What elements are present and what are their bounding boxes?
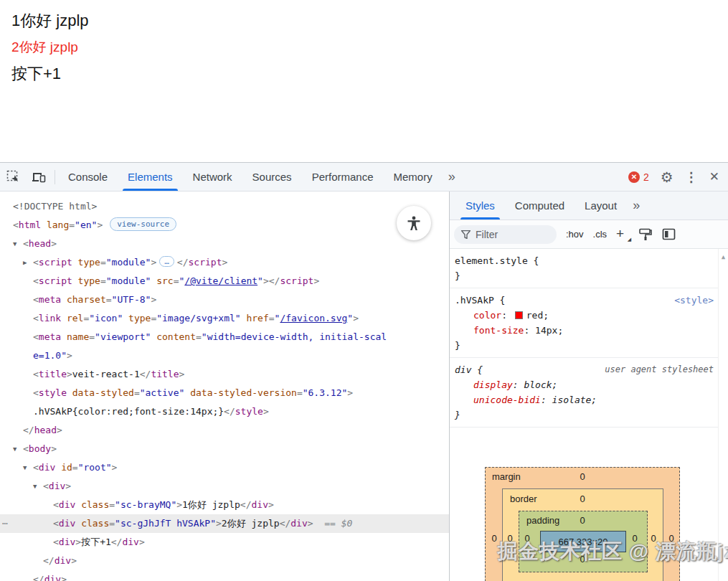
css-property[interactable]: color: red; [455, 308, 714, 323]
styles-scrollbar[interactable]: ▲ [718, 249, 728, 581]
css-selector: div { [455, 362, 483, 377]
error-icon: ✕ [628, 171, 640, 183]
watermark-text: 掘金技术社区 @ 漂流瓶jz [498, 538, 728, 565]
css-selector: .hVSAkP { [455, 293, 505, 308]
sidebar-more-tabs-icon[interactable]: » [627, 192, 646, 219]
margin-top-value[interactable]: 0 [576, 471, 589, 482]
tree-row[interactable]: ▼<div> [0, 477, 449, 496]
toggle-element-classes[interactable]: .cls [593, 229, 608, 240]
twisty-icon[interactable]: ▼ [13, 440, 16, 458]
border-label: border [510, 493, 537, 504]
styles-filter-pill[interactable] [454, 225, 557, 244]
page-text-line3: 按下+1 [11, 63, 728, 85]
padding-top-value[interactable]: 0 [576, 515, 589, 526]
tree-row[interactable]: <!DOCTYPE html> [0, 197, 449, 216]
tree-row[interactable]: ⋯<div class="sc-gJhJfT hVSAkP">2你好 jzplp… [0, 514, 449, 533]
device-toolbar-icon[interactable] [26, 166, 52, 189]
margin-label: margin [492, 471, 521, 482]
styles-filter-bar: :hov .cls + ◢ [450, 220, 728, 249]
css-rule[interactable]: div {user agent stylesheetdisplay: block… [450, 358, 728, 428]
rendered-page: 1你好 jzplp 2你好 jzplp 按下+1 [0, 0, 728, 162]
rendering-emulation-icon[interactable] [638, 228, 653, 241]
css-property[interactable]: unicode-bidi: isolate; [455, 392, 714, 407]
main-tabs: ConsoleElementsNetworkSourcesPerformance… [58, 163, 443, 191]
kebab-menu-icon[interactable]: ⋮ [685, 169, 698, 185]
toggle-hover-state[interactable]: :hov [566, 229, 584, 240]
border-top-value[interactable]: 0 [576, 493, 589, 504]
devtools-body: <!DOCTYPE html><html lang="en">view-sour… [0, 192, 728, 581]
tree-row[interactable]: <meta name="viewport" content="width=dev… [0, 328, 449, 346]
filter-funnel-icon [461, 230, 471, 239]
color-swatch[interactable] [515, 311, 523, 319]
elements-tree: <!DOCTYPE html><html lang="en">view-sour… [0, 192, 450, 581]
accessibility-fab[interactable] [397, 206, 431, 240]
inspect-element-icon[interactable] [0, 166, 26, 189]
tree-row[interactable]: <div class="sc-brayMQ">1你好 jzplp</div> [0, 496, 449, 514]
tree-row[interactable]: <div>按下+1</div> [0, 533, 449, 552]
close-devtools-icon[interactable]: ✕ [709, 169, 719, 184]
toolbar-right: ✕ 2 ⚙ ⋮ ✕ [628, 169, 728, 186]
tree-row[interactable]: <style data-styled="active" data-styled-… [0, 384, 449, 402]
tree-row[interactable]: <meta charset="UTF-8"> [0, 290, 449, 309]
rule-source-link: user agent stylesheet [605, 362, 714, 377]
tree-row[interactable]: e=1.0"> [0, 346, 449, 365]
tree-row[interactable]: ▼<div id="root"> [0, 458, 449, 477]
css-selector: element.style { [455, 253, 539, 268]
tab-network[interactable]: Network [183, 163, 242, 191]
css-rule[interactable]: element.style {} [450, 249, 728, 288]
twisty-icon[interactable]: ▼ [33, 477, 37, 496]
rule-source-link[interactable]: <style> [674, 293, 714, 308]
accessibility-person-icon [405, 214, 422, 232]
settings-gear-icon[interactable]: ⚙ [661, 169, 673, 186]
tree-row[interactable]: </div> [0, 552, 449, 570]
tab-computed[interactable]: Computed [505, 192, 575, 219]
css-property[interactable]: font-size: 14px; [455, 323, 714, 338]
scroll-up-icon[interactable]: ▲ [719, 253, 728, 260]
css-sections: element.style {}.hVSAkP {<style>color: r… [450, 249, 728, 428]
tab-performance[interactable]: Performance [302, 163, 384, 191]
twisty-icon[interactable]: ▼ [23, 458, 27, 477]
devtools-toolbar: ConsoleElementsNetworkSourcesPerformance… [0, 163, 728, 192]
css-rule[interactable]: .hVSAkP {<style>color: red;font-size: 14… [450, 288, 728, 358]
styles-sidebar: StylesComputedLayout» :hov .cls + ◢ [450, 192, 728, 581]
padding-label: padding [526, 515, 559, 526]
twisty-icon[interactable]: ▶ [23, 253, 27, 272]
more-tabs-icon[interactable]: » [443, 169, 461, 184]
tree-row[interactable]: ▶<script type="module">…</script> [0, 253, 449, 272]
tree-row[interactable]: <html lang="en">view-source [0, 216, 449, 235]
styles-content: element.style {}.hVSAkP {<style>color: r… [450, 249, 728, 581]
tab-elements[interactable]: Elements [118, 163, 183, 191]
tree-row[interactable]: .hVSAkP{color:red;font-size:14px;}</styl… [0, 402, 449, 421]
row-menu-icon[interactable]: ⋯ [2, 514, 7, 533]
styles-filter-input[interactable] [476, 229, 540, 240]
dock-panel-icon[interactable] [662, 228, 676, 240]
sidebar-tabs: StylesComputedLayout» [450, 192, 728, 220]
page-text-line2: 2你好 jzplp [11, 38, 728, 57]
tree-row[interactable]: </head> [0, 421, 449, 440]
tree-row[interactable]: ▼<body> [0, 440, 449, 458]
css-property[interactable]: display: block; [455, 377, 714, 392]
tab-layout[interactable]: Layout [575, 192, 627, 219]
page-text-line1: 1你好 jzplp [11, 10, 728, 32]
view-source-badge[interactable]: view-source [110, 217, 176, 231]
tree-row[interactable]: <script type="module" src="/@vite/client… [0, 272, 449, 290]
tree-row[interactable]: </div> [0, 570, 449, 581]
devtools-window: ConsoleElementsNetworkSourcesPerformance… [0, 162, 728, 581]
error-count: 2 [643, 171, 649, 183]
tree-row[interactable]: ▼<head> [0, 235, 449, 253]
tab-console[interactable]: Console [58, 163, 118, 191]
tab-sources[interactable]: Sources [242, 163, 302, 191]
tab-styles[interactable]: Styles [455, 192, 505, 219]
inline-expand-icon[interactable]: … [159, 256, 174, 267]
new-style-rule-icon[interactable]: + ◢ [616, 228, 629, 241]
error-count-badge[interactable]: ✕ 2 [628, 171, 649, 183]
tree-row[interactable]: <link rel="icon" type="image/svg+xml" hr… [0, 309, 449, 328]
tree-row[interactable]: <title>veit-react-1</title> [0, 365, 449, 384]
twisty-icon[interactable]: ▼ [13, 235, 16, 253]
toolbar-divider [55, 170, 55, 184]
tab-memory[interactable]: Memory [384, 163, 443, 191]
